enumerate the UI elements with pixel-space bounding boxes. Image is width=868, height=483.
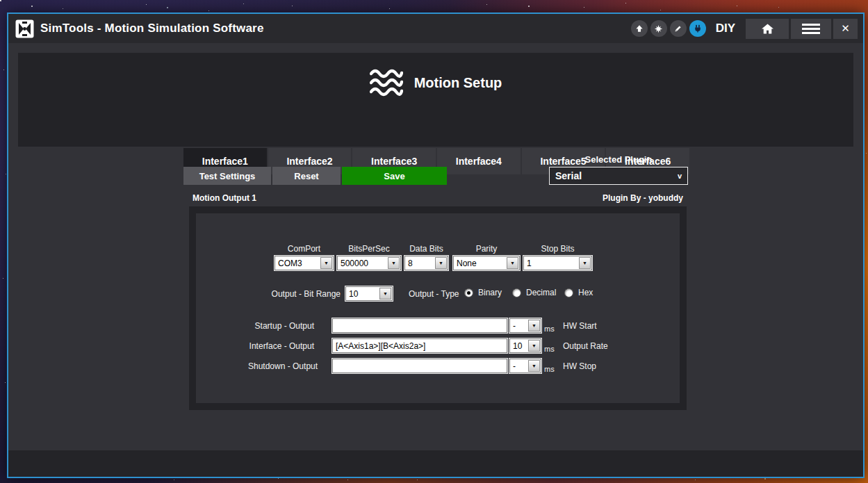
close-icon: ✕ bbox=[841, 22, 850, 35]
comport-value: COM3 bbox=[278, 259, 319, 268]
bitspersec-select[interactable]: 500000 ▼ bbox=[337, 256, 401, 270]
footer-bar bbox=[8, 450, 863, 477]
interface-interval-select[interactable]: 10 ▼ bbox=[509, 338, 541, 353]
window-title: SimTools - Motion Simulation Software bbox=[40, 22, 264, 35]
simtools-logo-icon bbox=[15, 19, 34, 38]
titlebar: SimTools - Motion Simulation Software bbox=[8, 14, 863, 43]
reset-button[interactable]: Reset bbox=[272, 167, 341, 185]
dropdown-arrow-icon: ▼ bbox=[435, 257, 447, 269]
plug-button[interactable] bbox=[689, 20, 706, 37]
menu-button[interactable] bbox=[791, 19, 831, 39]
hw-start-label: HW Start bbox=[563, 321, 597, 331]
bit-range-value: 10 bbox=[349, 289, 378, 299]
dropdown-arrow-icon: ▼ bbox=[579, 257, 591, 269]
chevron-down-icon: v bbox=[678, 172, 682, 180]
dropdown-arrow-icon: ▼ bbox=[507, 257, 518, 269]
radio-decimal-label: Decimal bbox=[526, 288, 556, 297]
bit-range-select[interactable]: 10 ▼ bbox=[345, 286, 393, 301]
titlebar-controls: DIY ✕ bbox=[628, 19, 858, 39]
databits-value: 8 bbox=[408, 259, 434, 268]
comport-select[interactable]: COM3 ▼ bbox=[275, 256, 334, 270]
dropdown-arrow-icon: ▼ bbox=[388, 257, 400, 269]
save-button[interactable]: Save bbox=[342, 167, 447, 185]
stopbits-select[interactable]: 1 ▼ bbox=[523, 256, 592, 270]
motion-output-groupbox: ComPort BitsPerSec Data Bits Parity Stop… bbox=[189, 206, 687, 410]
edit-button[interactable] bbox=[670, 20, 687, 37]
stopbits-value: 1 bbox=[527, 259, 578, 268]
startup-output-label: Startup - Output bbox=[248, 321, 314, 331]
toolbar: Test Settings Reset Save bbox=[183, 167, 447, 185]
selected-plugin-label: Selected Plugin bbox=[549, 154, 688, 165]
home-icon bbox=[761, 23, 774, 35]
page-title: Motion Setup bbox=[414, 75, 502, 91]
bit-range-label: Output - Bit Range bbox=[236, 289, 341, 299]
dropdown-arrow-icon: ▼ bbox=[320, 257, 332, 269]
shutdown-output-input[interactable] bbox=[332, 359, 507, 373]
app-window: SimTools - Motion Simulation Software bbox=[7, 13, 865, 478]
output-rate-label: Output Rate bbox=[563, 341, 608, 351]
interface-interval-value: 10 bbox=[513, 341, 527, 351]
shutdown-interval-select[interactable]: - ▼ bbox=[509, 359, 541, 373]
plugin-credit: Plugin By - yobuddy bbox=[603, 193, 683, 203]
burst-button[interactable] bbox=[650, 20, 667, 37]
radio-decimal[interactable]: Decimal bbox=[512, 288, 556, 297]
pencil-icon bbox=[673, 24, 682, 33]
home-button[interactable] bbox=[746, 19, 789, 39]
close-button[interactable]: ✕ bbox=[833, 19, 858, 39]
shutdown-ms-unit: ms bbox=[544, 365, 555, 373]
shutdown-interval-value: - bbox=[513, 361, 527, 371]
shutdown-output-label: Shutdown - Output bbox=[248, 361, 314, 371]
startup-interval-value: - bbox=[513, 321, 527, 331]
radio-binary-label: Binary bbox=[478, 288, 502, 297]
databits-label: Data Bits bbox=[404, 244, 448, 254]
interface-output-label: Interface - Output bbox=[248, 341, 314, 351]
dropdown-arrow-icon: ▼ bbox=[528, 360, 540, 372]
startup-ms-unit: ms bbox=[544, 325, 555, 333]
comport-label: ComPort bbox=[275, 244, 334, 254]
plugin-select[interactable]: Serial v bbox=[549, 167, 688, 185]
up-arrow-icon bbox=[634, 24, 644, 33]
up-arrow-button[interactable] bbox=[631, 20, 648, 37]
dropdown-arrow-icon: ▼ bbox=[379, 288, 391, 300]
interface-output-input[interactable] bbox=[332, 338, 507, 353]
groupbox-inner bbox=[196, 213, 680, 403]
radio-hex-circle bbox=[564, 288, 573, 297]
burst-icon bbox=[653, 24, 664, 34]
radio-decimal-circle bbox=[512, 288, 521, 297]
startup-interval-select[interactable]: - ▼ bbox=[509, 318, 541, 333]
plugin-select-value: Serial bbox=[555, 170, 582, 181]
hw-stop-label: HW Stop bbox=[563, 361, 596, 371]
motion-output-title: Motion Output 1 bbox=[193, 193, 256, 203]
header-panel: Motion Setup Interface1 Interface2 Inter… bbox=[18, 53, 853, 147]
bitspersec-label: BitsPerSec bbox=[337, 244, 401, 254]
radio-binary-circle bbox=[464, 288, 473, 297]
radio-hex-label: Hex bbox=[578, 288, 593, 297]
hamburger-icon bbox=[802, 24, 820, 34]
waves-icon bbox=[370, 68, 403, 97]
dropdown-arrow-icon: ▼ bbox=[528, 340, 540, 352]
output-type-label: Output - Type bbox=[409, 289, 459, 299]
stopbits-label: Stop Bits bbox=[523, 244, 592, 254]
bitspersec-value: 500000 bbox=[341, 259, 386, 268]
parity-value: None bbox=[457, 259, 505, 268]
databits-select[interactable]: 8 ▼ bbox=[404, 256, 448, 270]
tab-interface4[interactable]: Interface4 bbox=[437, 148, 521, 174]
diy-badge: DIY bbox=[716, 22, 735, 35]
radio-binary[interactable]: Binary bbox=[464, 288, 502, 297]
dropdown-arrow-icon: ▼ bbox=[528, 320, 540, 331]
motion-setup-brand: Motion Setup bbox=[18, 68, 853, 97]
startup-output-input[interactable] bbox=[332, 318, 507, 333]
plug-icon bbox=[693, 24, 703, 33]
radio-hex[interactable]: Hex bbox=[564, 288, 593, 297]
parity-select[interactable]: None ▼ bbox=[453, 256, 520, 270]
section-header: Motion Output 1 Plugin By - yobuddy bbox=[189, 193, 687, 203]
parity-label: Parity bbox=[453, 244, 520, 254]
interface-ms-unit: ms bbox=[544, 345, 555, 353]
test-settings-button[interactable]: Test Settings bbox=[183, 167, 271, 185]
